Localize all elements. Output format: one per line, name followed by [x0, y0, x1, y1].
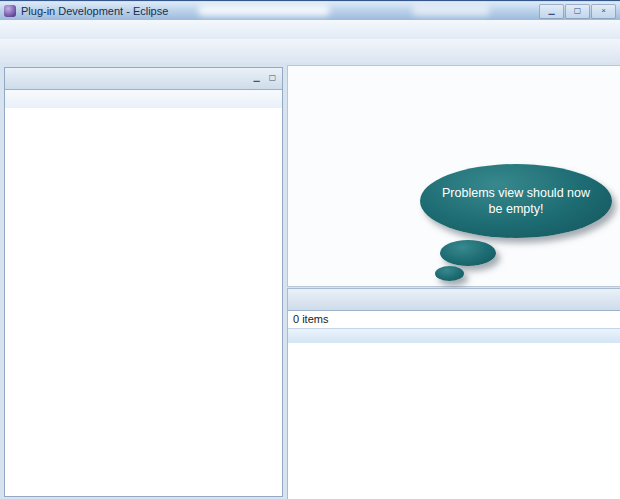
maximize-view-icon[interactable]: ▢: [266, 72, 279, 84]
package-explorer-tree: [5, 108, 282, 496]
blurred-text: [412, 5, 490, 16]
menu-bar: [0, 20, 620, 40]
blurred-text: [198, 5, 330, 16]
eclipse-logo-icon: [4, 5, 16, 17]
main-toolbar: [0, 39, 620, 64]
package-explorer-tab-bar: ▁▢: [5, 68, 282, 90]
view-buttons: ▁▢: [250, 72, 279, 84]
title-bar[interactable]: Plug-in Development - Eclipse: [0, 2, 620, 21]
callout-tail-bubble: [440, 240, 496, 266]
maximize-window-button[interactable]: [565, 4, 590, 19]
window-title: Plug-in Development - Eclipse: [21, 5, 168, 17]
close-window-button[interactable]: [591, 4, 616, 19]
view-toolbar: [5, 90, 282, 109]
callout-bubble: Problems view should now be empty!: [420, 164, 612, 238]
eclipse-window: Plug-in Development - Eclipse ▁▢ Problem…: [0, 0, 620, 499]
problems-tab-bar: [288, 289, 620, 311]
workbench: ▁▢ Problems view should now be empty! 0 …: [0, 63, 620, 499]
package-explorer-view: ▁▢: [4, 67, 283, 497]
editor-area: Problems view should now be empty!: [287, 65, 620, 287]
minimize-view-icon[interactable]: ▁: [250, 72, 263, 84]
callout-text: Problems view should now be empty!: [442, 185, 590, 217]
problems-table: [288, 343, 620, 499]
window-controls: [539, 4, 616, 19]
callout-tail-bubble: [435, 266, 464, 281]
items-count: 0 items: [288, 311, 620, 328]
problems-view: 0 items: [287, 288, 620, 499]
minimize-window-button[interactable]: [539, 4, 564, 19]
